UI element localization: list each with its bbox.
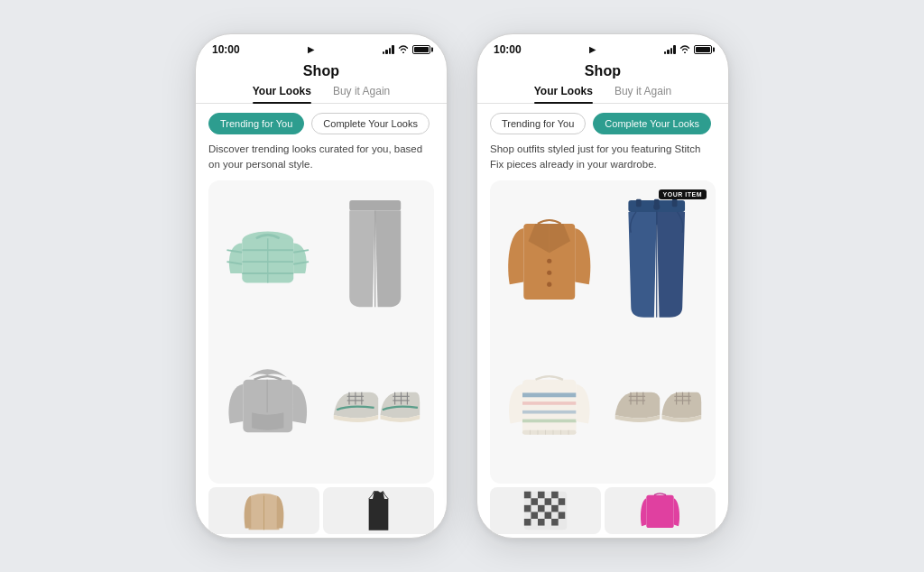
time-left: 10:00 (212, 43, 240, 56)
svg-rect-73 (551, 519, 559, 526)
svg-rect-38 (522, 401, 577, 405)
svg-rect-40 (522, 420, 577, 423)
location-icon-right: ▶ (589, 45, 596, 54)
status-bar-left: 10:00 ▶ (196, 34, 447, 60)
signal-icon-left (383, 45, 394, 54)
svg-rect-31 (672, 199, 678, 208)
product-beige-sneakers[interactable] (605, 334, 708, 476)
product-striped-sweater[interactable] (497, 334, 601, 476)
products-grid-left (208, 180, 434, 484)
svg-rect-69 (545, 512, 552, 519)
svg-rect-30 (636, 199, 642, 208)
leggings-icon (337, 194, 413, 322)
status-icons-right (664, 44, 712, 55)
svg-rect-36 (522, 380, 577, 435)
products-area-left (196, 180, 447, 484)
svg-rect-60 (538, 492, 545, 499)
filter-pills-left: Trending for You Complete Your Looks (196, 104, 447, 142)
peek-black-top[interactable] (323, 487, 434, 534)
tab-your-looks-left[interactable]: Your Looks (253, 85, 311, 103)
product-sneakers[interactable] (323, 334, 427, 476)
puffer-jacket-icon (221, 206, 315, 310)
pill-trending-right[interactable]: Trending for You (490, 113, 586, 134)
wifi-icon-left (398, 44, 409, 55)
svg-rect-72 (538, 519, 545, 526)
tabs-right: Your Looks Buy it Again (477, 79, 728, 104)
your-item-badge: YOUR ITEM (659, 189, 707, 199)
bottom-peek-left (196, 484, 447, 538)
pill-trending-left[interactable]: Trending for You (208, 113, 304, 134)
tan-jacket-peek-icon (208, 487, 319, 534)
status-icons-left (383, 44, 430, 55)
svg-rect-63 (545, 498, 552, 505)
tab-buy-again-left[interactable]: Buy it Again (333, 85, 390, 103)
sneakers-icon (328, 374, 422, 436)
svg-rect-39 (522, 411, 577, 414)
tabs-left: Your Looks Buy it Again (196, 79, 447, 104)
svg-rect-62 (531, 498, 538, 505)
tab-your-looks-right[interactable]: Your Looks (534, 85, 593, 103)
svg-rect-61 (551, 492, 559, 499)
pill-complete-right[interactable]: Complete Your Looks (593, 113, 711, 134)
black-top-peek-icon (323, 487, 434, 534)
shop-title-left: Shop (303, 63, 339, 78)
svg-rect-67 (551, 505, 559, 512)
products-grid-right: YOUR ITEM (490, 180, 716, 484)
camel-coat-icon (503, 200, 596, 317)
product-hoodie[interactable] (216, 334, 319, 476)
product-leggings[interactable] (323, 188, 427, 330)
product-camel-coat[interactable] (497, 188, 601, 330)
product-puffer-jacket[interactable] (216, 188, 319, 330)
svg-rect-65 (524, 505, 531, 512)
beige-sneakers-icon (610, 374, 704, 436)
app-header-left: Shop (196, 60, 447, 79)
svg-rect-59 (524, 492, 531, 499)
location-icon-left: ▶ (308, 45, 314, 54)
battery-icon-left (412, 45, 430, 54)
phone-left: 10:00 ▶ Shop (195, 33, 448, 539)
filter-pills-right: Trending for You Complete Your Looks (477, 104, 728, 142)
products-area-right: YOUR ITEM (477, 180, 728, 484)
bottom-peek-right (477, 484, 728, 538)
svg-point-34 (653, 204, 660, 210)
svg-rect-74 (646, 495, 673, 528)
status-bar-right: 10:00 ▶ (477, 34, 728, 60)
svg-rect-70 (559, 512, 566, 519)
svg-point-26 (547, 259, 551, 263)
peek-houndstooth[interactable] (490, 487, 601, 534)
svg-rect-71 (524, 519, 531, 526)
svg-rect-64 (559, 498, 566, 505)
svg-rect-10 (349, 201, 401, 211)
houndstooth-peek-icon (490, 487, 601, 534)
pill-complete-left[interactable]: Complete Your Looks (311, 113, 430, 134)
svg-rect-68 (531, 512, 538, 519)
shop-title-right: Shop (585, 63, 621, 78)
pink-sweater-peek-icon (605, 487, 716, 534)
peek-tan-jacket[interactable] (208, 487, 319, 534)
svg-point-28 (547, 282, 551, 287)
jeans-icon (618, 194, 695, 322)
hoodie-icon (221, 355, 315, 455)
striped-sweater-icon (503, 355, 596, 455)
svg-rect-37 (522, 392, 577, 397)
description-left: Discover trending looks curated for you,… (196, 142, 447, 180)
svg-rect-66 (538, 505, 545, 512)
phone-right: 10:00 ▶ Shop (476, 33, 729, 539)
product-jeans[interactable]: YOUR ITEM (605, 188, 708, 330)
peek-pink-sweater[interactable] (605, 487, 716, 534)
description-right: Shop outfits styled just for you featuri… (477, 142, 728, 180)
time-right: 10:00 (494, 43, 522, 56)
phones-container: 10:00 ▶ Shop (195, 33, 729, 539)
wifi-icon-right (679, 44, 690, 55)
app-header-right: Shop (477, 60, 728, 79)
signal-icon-right (664, 45, 676, 54)
svg-point-27 (547, 271, 551, 275)
battery-icon-right (694, 45, 712, 54)
tab-buy-again-right[interactable]: Buy it Again (614, 85, 671, 103)
